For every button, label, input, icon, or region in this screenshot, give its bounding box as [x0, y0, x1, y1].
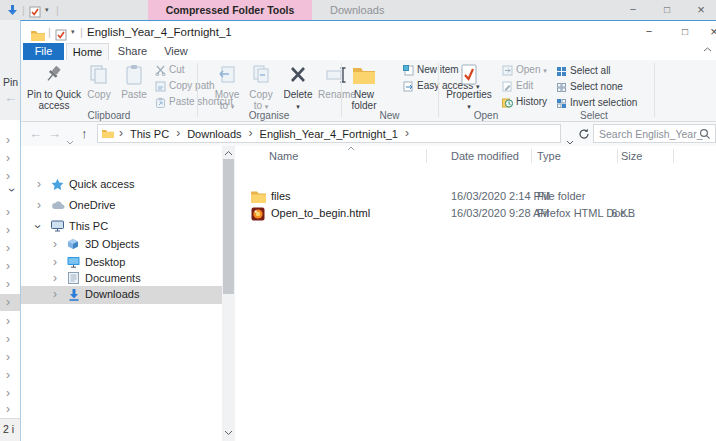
tree-expander-chevron[interactable]: ›	[5, 188, 19, 200]
copy-button[interactable]: Copy	[83, 63, 115, 100]
close-button[interactable]: ×	[702, 22, 716, 42]
tree-expander-chevron[interactable]: ›	[6, 259, 18, 273]
sidebar-item-this-pc[interactable]: › This PC	[21, 218, 222, 235]
ribbon: Pin to Quick access Copy Paste Cut Copy …	[21, 60, 716, 122]
properties-button[interactable]: Properties ▾	[444, 63, 494, 112]
tree-expander-chevron[interactable]: ›	[37, 177, 41, 192]
close-button[interactable]: ×	[685, 0, 716, 20]
move-to-button[interactable]: Move to ▾	[211, 63, 243, 112]
background-window-edge: Pin ← › › › › › › › › › › › › › › › › 2 …	[0, 20, 21, 441]
maximize-button[interactable]: □	[669, 22, 701, 42]
select-none-button[interactable]: Select none	[556, 80, 623, 95]
tree-expander-chevron[interactable]: ›	[6, 169, 18, 183]
tab-home[interactable]: Home	[66, 43, 109, 60]
tree-expander-chevron[interactable]: ›	[30, 225, 45, 229]
tree-expander-chevron[interactable]: ›	[6, 350, 18, 364]
tree-expander-chevron[interactable]: ›	[53, 255, 57, 270]
compressed-folder-tools-tab[interactable]: Compressed Folder Tools	[148, 0, 312, 20]
copy-to-button[interactable]: Copy to ▾	[245, 63, 277, 112]
history-icon	[502, 97, 513, 108]
tree-expander-chevron[interactable]: ›	[6, 277, 18, 291]
file-name: files	[271, 188, 291, 205]
qat-separator: |	[80, 21, 83, 43]
firefox-html-icon	[251, 207, 265, 221]
sidebar-item-onedrive[interactable]: › OneDrive	[21, 197, 222, 214]
minimize-button[interactable]: −	[617, 0, 649, 20]
minimize-button[interactable]: −	[633, 22, 665, 42]
sidebar-item-label: Desktop	[85, 254, 125, 271]
downloads-arrow-icon[interactable]	[6, 4, 19, 16]
qat-dropdown-icon[interactable]: ▾	[45, 0, 49, 20]
cut-button[interactable]: Cut	[155, 63, 185, 78]
back-icon[interactable]: ←	[29, 124, 42, 143]
up-icon[interactable]: ↑	[81, 124, 88, 143]
maximize-button[interactable]: □	[651, 0, 683, 20]
tree-expander-chevron[interactable]: ›	[6, 151, 18, 165]
sidebar-item-3d-objects[interactable]: › 3D Objects	[21, 236, 222, 253]
breadcrumb-separator-icon: ›	[400, 125, 414, 142]
invert-selection-button[interactable]: Invert selection	[556, 96, 637, 111]
tab-share[interactable]: Share	[111, 43, 154, 60]
new-folder-button[interactable]: New folder	[345, 63, 383, 111]
button-label: Properties	[446, 89, 492, 100]
breadcrumb-separator-icon: ›	[244, 125, 258, 142]
column-header-name[interactable]: Name	[269, 147, 298, 165]
refresh-icon[interactable]	[578, 126, 590, 145]
tree-expander-chevron[interactable]: ›	[6, 368, 18, 382]
group-caption: Clipboard	[21, 110, 197, 121]
tree-expander-chevron[interactable]: ›	[6, 241, 18, 255]
documents-icon	[68, 272, 79, 284]
back-icon[interactable]: ←	[4, 90, 17, 105]
file-tab[interactable]: File	[23, 43, 64, 60]
file-row-open-to-begin[interactable]: Open_to_begin.html 16/03/2020 9:28 AM Fi…	[235, 205, 716, 222]
column-header-date-modified[interactable]: Date modified	[451, 147, 519, 165]
file-row-files[interactable]: files 16/03/2020 2:14 PM File folder	[235, 188, 716, 205]
search-box[interactable]	[593, 124, 716, 143]
sidebar-item-quick-access[interactable]: › Quick access	[21, 176, 222, 193]
breadcrumb-downloads[interactable]: Downloads	[185, 128, 243, 140]
pin-to-quick-access-button[interactable]: Pin to Quick access	[27, 63, 81, 111]
breadcrumb-current-folder[interactable]: English_Year_4_Fortnight_1	[258, 128, 400, 140]
qat-dropdown-icon[interactable]: ▾	[71, 21, 75, 43]
column-header-type[interactable]: Type	[537, 147, 561, 165]
tree-expander-chevron[interactable]: ›	[53, 287, 57, 302]
dropdown-arrow-icon: ▾	[265, 103, 269, 110]
collapse-ribbon-icon[interactable]	[703, 47, 712, 52]
tree-expander-chevron[interactable]: ›	[6, 295, 18, 309]
breadcrumb-this-pc[interactable]: This PC	[128, 128, 171, 140]
scrollbar-thumb[interactable]	[223, 159, 234, 294]
copy-to-icon	[245, 64, 277, 88]
edit-button[interactable]: Edit	[502, 79, 533, 94]
address-box[interactable]: › This PC › Downloads › English_Year_4_F…	[97, 124, 561, 143]
tree-expander-chevron[interactable]: ›	[37, 198, 41, 213]
delete-button[interactable]: Delete ▾	[281, 63, 315, 112]
this-pc-icon	[51, 220, 64, 232]
tree-expander-chevron[interactable]: ›	[6, 332, 18, 346]
tree-expander-chevron[interactable]: ›	[6, 223, 18, 237]
column-header-size[interactable]: Size	[621, 147, 642, 165]
tree-expander-chevron[interactable]: ›	[53, 271, 57, 286]
tree-expander-chevron[interactable]: ›	[6, 205, 18, 219]
file-size: 6 KB	[535, 205, 635, 222]
tree-expander-chevron[interactable]: ›	[6, 133, 18, 147]
sidebar-item-documents[interactable]: › Documents	[21, 270, 222, 287]
nav-scrollbar[interactable]	[222, 146, 235, 441]
pin-button-fragment: Pin	[3, 76, 18, 88]
background-statusbar-fragment: 2 i	[0, 418, 20, 441]
paste-button[interactable]: Paste	[117, 63, 151, 100]
file-type: File folder	[537, 188, 585, 205]
sidebar-item-desktop[interactable]: › Desktop	[21, 254, 222, 271]
tree-expander-chevron[interactable]: ›	[6, 402, 18, 416]
navigation-pane: › Quick access › OneDrive › This PC › 3D…	[21, 146, 222, 441]
tree-expander-chevron[interactable]: ›	[6, 314, 18, 328]
tab-view[interactable]: View	[156, 43, 196, 60]
tree-expander-chevron[interactable]: ›	[6, 386, 18, 400]
tree-expander-chevron[interactable]: ›	[53, 237, 57, 252]
select-all-button[interactable]: Select all	[556, 64, 611, 79]
scrollbar-down-icon[interactable]	[224, 430, 233, 441]
address-folder-icon	[102, 128, 114, 139]
window-title: English_Year_4_Fortnight_1	[87, 21, 232, 43]
forward-icon[interactable]: →	[48, 124, 61, 143]
sidebar-item-downloads[interactable]: › Downloads	[21, 286, 222, 304]
search-input[interactable]	[594, 125, 703, 142]
